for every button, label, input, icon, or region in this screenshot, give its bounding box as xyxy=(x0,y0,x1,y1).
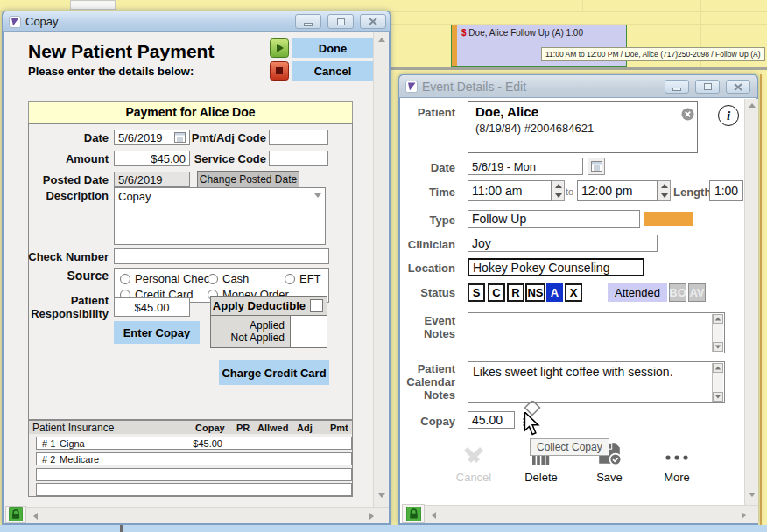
scroll-down-button[interactable] xyxy=(713,392,723,402)
close-button[interactable] xyxy=(360,14,386,29)
service-code-input[interactable] xyxy=(269,150,328,166)
textarea-scrollbar[interactable] xyxy=(712,363,723,402)
maximize-button[interactable] xyxy=(695,80,720,94)
spin-down-icon[interactable] xyxy=(661,193,668,198)
not-applied-label: Not Applied xyxy=(231,332,285,344)
done-button[interactable]: Done xyxy=(292,38,373,58)
radio-icon[interactable] xyxy=(208,274,218,284)
radio-icon[interactable] xyxy=(285,274,295,284)
close-button[interactable] xyxy=(726,80,750,94)
date-input[interactable]: 5/6/19 - Mon xyxy=(468,158,583,175)
scroll-left-icon[interactable] xyxy=(33,513,38,520)
insurance-row-empty[interactable] xyxy=(36,483,352,496)
start-time-input[interactable]: 11:00 am xyxy=(468,180,552,201)
deductible-value-cell[interactable] xyxy=(290,316,327,347)
date-picker-button[interactable] xyxy=(588,158,605,175)
status-button-ns[interactable]: NS xyxy=(525,284,545,302)
row-number: # 2 xyxy=(42,454,55,465)
lock-status xyxy=(402,504,425,523)
dropdown-chevron-icon[interactable] xyxy=(314,193,321,198)
horizontal-scrollbar[interactable] xyxy=(425,505,758,523)
time-label: Time xyxy=(400,186,455,199)
patient-info-icon[interactable]: i xyxy=(718,105,739,126)
type-color-swatch[interactable] xyxy=(644,212,693,226)
maximize-button[interactable] xyxy=(327,14,354,29)
event-titlebar[interactable]: Event Details - Edit xyxy=(399,75,757,98)
save-action-label[interactable]: Save xyxy=(579,471,640,484)
scroll-up-button[interactable] xyxy=(713,363,723,373)
status-button-bo[interactable]: BO xyxy=(669,284,686,302)
status-button-a[interactable]: A xyxy=(546,284,563,302)
change-posted-date-button[interactable]: Change Posted Date xyxy=(197,171,299,188)
description-input[interactable]: Copay xyxy=(114,187,326,245)
scroll-right-icon[interactable] xyxy=(369,513,374,520)
posted-date-value: 5/6/2019 xyxy=(118,173,163,186)
start-time-spinner[interactable] xyxy=(552,180,565,201)
source-option-personal-check[interactable]: Personal Check xyxy=(120,272,215,285)
more-action-label[interactable]: More xyxy=(646,471,707,484)
source-option-eft[interactable]: EFT xyxy=(285,272,321,285)
vertical-scrollbar[interactable] xyxy=(744,99,758,505)
spin-up-icon[interactable] xyxy=(555,184,562,188)
cancel-action-label[interactable]: Cancel xyxy=(443,471,504,484)
date-label: Date xyxy=(18,131,109,144)
copay-label: Copay xyxy=(400,415,455,428)
vertical-scrollbar[interactable] xyxy=(373,32,389,508)
patient-name: Doe, Alice xyxy=(475,104,538,119)
status-button-s[interactable]: S xyxy=(468,284,485,302)
scroll-down-icon[interactable] xyxy=(378,494,385,498)
status-button-x[interactable]: X xyxy=(565,284,582,302)
patient-calendar-notes-input[interactable]: Likes sweet light coffee with session. xyxy=(468,361,725,403)
status-button-c[interactable]: C xyxy=(488,284,505,302)
insurance-row[interactable]: # 2 Medicare xyxy=(36,452,352,466)
scroll-left-icon[interactable] xyxy=(432,512,436,519)
apply-deductible-checkbox[interactable] xyxy=(310,299,323,312)
scroll-up-icon[interactable] xyxy=(378,38,385,42)
cancel-icon xyxy=(270,61,289,84)
event-notes-input[interactable] xyxy=(468,312,725,354)
spin-down-icon[interactable] xyxy=(555,193,562,198)
minimize-button[interactable] xyxy=(295,14,321,29)
start-time-value: 11:00 am xyxy=(472,184,522,198)
scroll-down-button[interactable] xyxy=(713,342,723,352)
check-number-input[interactable] xyxy=(114,248,329,264)
insurance-row[interactable]: # 1 Cigna $45.00 xyxy=(36,437,352,450)
clear-patient-icon[interactable] xyxy=(681,108,694,124)
amount-label: Amount xyxy=(18,152,109,165)
scroll-right-icon[interactable] xyxy=(742,512,746,519)
end-time-spinner[interactable] xyxy=(658,180,671,201)
textarea-scrollbar[interactable] xyxy=(712,314,723,352)
more-icon[interactable] xyxy=(664,450,690,466)
enter-copay-button[interactable]: Enter Copay xyxy=(114,321,200,344)
clinician-input[interactable]: Joy xyxy=(468,234,658,252)
insurance-row-empty[interactable] xyxy=(36,468,352,481)
minimize-button[interactable] xyxy=(665,80,689,94)
length-label: Length xyxy=(673,186,708,199)
pmt-adj-code-input[interactable] xyxy=(269,130,328,145)
patient-box[interactable]: Doe, Alice (8/19/84) #2004684621 xyxy=(468,101,698,153)
spin-up-icon[interactable] xyxy=(661,184,668,188)
delete-action-label[interactable]: Delete xyxy=(510,471,572,484)
posted-date-label: Posted Date xyxy=(18,173,109,186)
service-code-label: Service Code xyxy=(177,152,266,165)
source-option-cash[interactable]: Cash xyxy=(208,272,249,285)
horizontal-scrollbar[interactable] xyxy=(26,508,389,523)
copay-input[interactable]: 45.00 xyxy=(468,411,515,429)
status-button-av[interactable]: AV xyxy=(688,284,706,302)
patient-calendar-notes-value: Likes sweet light coffee with session. xyxy=(473,365,673,379)
radio-label: Cash xyxy=(222,272,249,285)
cancel-button[interactable]: Cancel xyxy=(292,61,373,80)
length-input[interactable]: 1:00 xyxy=(709,180,743,201)
patient-responsibility-input[interactable]: $45.00 xyxy=(114,298,190,317)
location-input[interactable]: Hokey Pokey Counseling xyxy=(468,258,644,276)
status-button-r[interactable]: R xyxy=(507,284,524,302)
charge-credit-card-button[interactable]: Charge Credit Card xyxy=(219,360,329,385)
scroll-up-icon[interactable] xyxy=(749,103,756,108)
scroll-down-icon[interactable] xyxy=(749,493,756,497)
radio-icon[interactable] xyxy=(120,274,130,284)
end-time-input[interactable]: 12:00 pm xyxy=(577,180,658,201)
copay-titlebar[interactable]: Copay xyxy=(3,11,390,32)
type-input[interactable]: Follow Up xyxy=(468,210,640,228)
scroll-up-button[interactable] xyxy=(713,314,723,324)
end-time-value: 12:00 pm xyxy=(581,184,632,198)
